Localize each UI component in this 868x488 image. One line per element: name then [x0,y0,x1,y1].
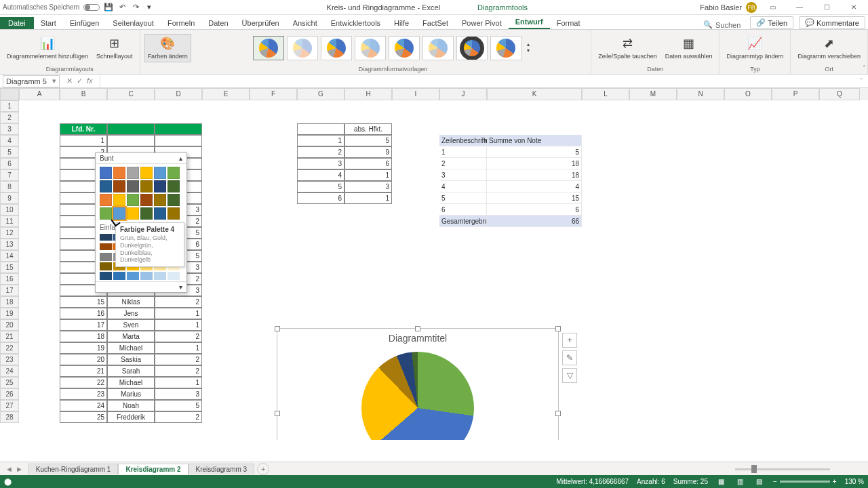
color-swatch[interactable] [140,194,153,206]
row-header-3[interactable]: 3 [0,123,19,135]
col-header-B[interactable]: B [60,88,107,100]
chart-style-2[interactable] [287,36,318,60]
normal-view-icon[interactable]: ▦ [716,478,727,485]
cell[interactable]: 4 [487,181,582,192]
cell[interactable]: Summe von Note [487,135,582,146]
row-header-13[interactable]: 13 [0,239,19,250]
row-header-28[interactable]: 28 [0,411,19,423]
col-header-A[interactable]: A [19,88,60,100]
formula-input[interactable] [100,75,854,87]
cell[interactable]: 2 [155,296,202,308]
cell[interactable] [107,135,155,146]
cell[interactable]: 5 [297,181,344,192]
add-chart-element-button[interactable]: 📊Diagrammelement hinzufügen [4,35,91,62]
color-swatch[interactable] [140,167,153,179]
color-swatch[interactable] [100,207,112,220]
color-swatch[interactable] [127,194,139,206]
col-header-L[interactable]: L [582,88,629,100]
row-header-19[interactable]: 19 [0,308,19,319]
page-break-view-icon[interactable]: ▤ [754,478,765,485]
maximize-icon[interactable]: ☐ [815,0,838,15]
worksheet-grid[interactable]: ABCDEFGHIJKLMNOPQ 1234567891011121314151… [0,88,868,440]
tab-datei[interactable]: Datei [0,17,34,29]
color-swatch[interactable] [113,180,125,192]
tab-power pivot[interactable]: Power Pivot [455,17,509,29]
col-header-I[interactable]: I [392,88,439,100]
zoom-out-icon[interactable]: − [773,478,777,485]
cell[interactable]: Lfd. Nr. [60,123,107,135]
horizontal-scrollbar[interactable] [735,465,857,473]
col-header-Q[interactable]: Q [819,88,860,100]
col-header-J[interactable]: J [439,88,487,100]
col-header-G[interactable]: G [297,88,344,100]
color-swatch[interactable] [154,167,166,179]
cell[interactable]: Sarah [107,365,155,377]
autosave-toggle[interactable] [83,4,100,11]
tab-hilfe[interactable]: Hilfe [387,17,416,29]
row-header-10[interactable]: 10 [0,204,19,216]
avatar[interactable]: FB [746,2,757,13]
color-swatch[interactable] [113,194,125,206]
style-gallery-more[interactable]: ▴▾ [524,41,532,56]
color-swatch[interactable] [113,207,125,220]
cell[interactable]: 21 [60,365,107,377]
chart-title[interactable]: Diagrammtitel [277,333,558,344]
cell[interactable]: 16 [60,308,107,319]
cell[interactable]: Michael [107,342,155,354]
row-header-17[interactable]: 17 [0,285,19,296]
cell[interactable]: 1 [439,146,487,158]
tab-entwurf[interactable]: Entwurf [509,16,550,29]
cell[interactable]: 18 [60,331,107,342]
cell[interactable]: 17 [60,319,107,331]
row-header-24[interactable]: 24 [0,365,19,377]
cell[interactable]: 66 [487,216,582,227]
col-header-O[interactable]: O [724,88,772,100]
move-chart-button[interactable]: ⬈Diagramm verschieben [795,35,863,62]
close-icon[interactable]: ✕ [842,0,865,15]
col-header-D[interactable]: D [155,88,202,100]
pie-chart-object[interactable]: Diagrammtitel 123456 + ✎ ▽ [277,328,559,440]
col-header-M[interactable]: M [629,88,677,100]
tab-format[interactable]: Format [550,17,587,29]
share-button[interactable]: 🔗Teilen [750,16,793,29]
zoom-slider[interactable]: − + [773,478,837,485]
chart-style-7[interactable] [456,36,488,60]
row-header-16[interactable]: 16 [0,273,19,285]
cell[interactable]: 15 [60,296,107,308]
cell[interactable]: Noah [107,400,155,411]
col-header-F[interactable]: F [250,88,297,100]
chart-style-1[interactable] [253,36,284,60]
row-header-22[interactable]: 22 [0,342,19,354]
cancel-formula-icon[interactable]: ✕ [66,77,73,85]
pie-chart-plot[interactable] [361,352,474,440]
row-header-7[interactable]: 7 [0,169,19,181]
tab-daten[interactable]: Daten [201,17,235,29]
fx-icon[interactable]: fx [87,77,93,85]
redo-icon[interactable]: ↷ [131,3,140,12]
row-header-27[interactable]: 27 [0,400,19,411]
tab-factset[interactable]: FactSet [416,17,455,29]
cell[interactable]: 25 [60,411,107,423]
cell[interactable]: 1 [344,169,392,181]
cell[interactable]: 2 [155,411,202,423]
cell[interactable]: 3 [344,181,392,192]
record-macro-icon[interactable]: ⬤ [4,478,12,485]
sheet-nav-next-icon[interactable]: ► [16,465,23,473]
row-header-26[interactable]: 26 [0,388,19,400]
cell[interactable]: 3 [297,158,344,169]
cell[interactable]: 18 [487,158,582,169]
cell[interactable]: 3 [439,169,487,181]
color-swatch[interactable] [127,167,139,179]
select-data-button[interactable]: ▦Daten auswählen [663,35,715,62]
row-header-12[interactable]: 12 [0,227,19,239]
cell[interactable]: 9 [344,146,392,158]
cell[interactable]: 3 [155,388,202,400]
cell[interactable]: 6 [344,158,392,169]
tab-seitenlayout[interactable]: Seitenlayout [106,17,161,29]
color-swatch[interactable] [167,167,180,179]
cell[interactable]: 22 [60,377,107,388]
enter-formula-icon[interactable]: ✓ [77,77,83,85]
col-header-H[interactable]: H [344,88,392,100]
cell[interactable]: 5 [155,400,202,411]
cell[interactable]: 1 [155,342,202,354]
